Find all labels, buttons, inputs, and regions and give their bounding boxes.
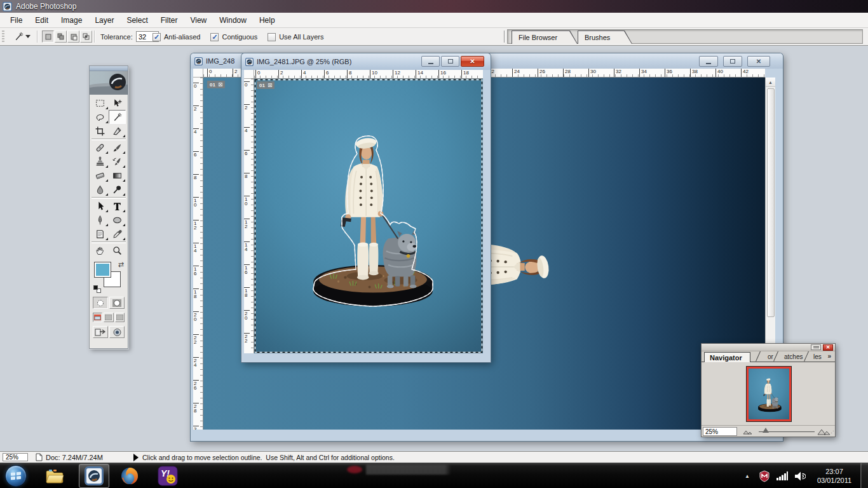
taskbar-yahoo-messenger-button[interactable]: Y! [155, 466, 180, 486]
swap-colors-icon[interactable]: ⇄ [118, 261, 124, 268]
menu-view[interactable]: View [184, 14, 213, 27]
tab-file-browser[interactable]: File Browser [512, 30, 578, 44]
scrollbar-thumb[interactable] [767, 88, 775, 317]
anti-aliased-checkbox-box[interactable]: ✓ [153, 33, 161, 41]
crop-tool[interactable] [92, 124, 109, 138]
taskbar-explorer-button[interactable] [42, 466, 67, 486]
foreground-color-swatch[interactable] [95, 262, 111, 277]
tab-color-clipped[interactable]: or [768, 353, 773, 360]
menu-layer[interactable]: Layer [88, 14, 120, 27]
gradient-tool[interactable] [109, 168, 126, 182]
mcafee-icon[interactable] [759, 470, 770, 482]
blur-tool[interactable] [92, 182, 109, 196]
collapse-button[interactable] [811, 344, 821, 350]
ruler-label: 2 [278, 70, 283, 78]
document-size-info[interactable]: Doc: 7.24M/7.24M [46, 454, 103, 461]
eraser-tool[interactable] [92, 168, 109, 182]
fullscreen-menubar-mode-button[interactable] [104, 313, 113, 322]
standard-mode-button[interactable] [93, 297, 108, 309]
path-selection-tool[interactable] [92, 199, 109, 213]
dodge-tool[interactable] [109, 182, 126, 196]
move-tool[interactable] [109, 96, 126, 110]
slice-tool[interactable] [109, 124, 126, 138]
brush-tool[interactable] [109, 140, 126, 154]
menu-image[interactable]: Image [55, 14, 88, 27]
menu-window[interactable]: Window [213, 14, 253, 27]
back-restore-button[interactable] [723, 56, 742, 67]
start-button[interactable] [5, 465, 27, 487]
dodge-icon [112, 184, 123, 195]
taskbar-firefox-button[interactable] [117, 466, 142, 486]
navigator-zoom-input[interactable] [703, 427, 737, 436]
tab-navigator[interactable]: Navigator [704, 352, 750, 362]
shape-tool[interactable] [109, 213, 126, 227]
photoshop-app-icon [3, 2, 12, 11]
resize-grip-icon[interactable]: ⋰ [829, 430, 834, 436]
toolbox-title-bar[interactable] [90, 66, 128, 71]
checkbox-anti-aliased[interactable]: ✓Anti-aliased [153, 33, 200, 41]
healing-brush-tool[interactable] [92, 140, 109, 154]
subtract-from-selection-button[interactable] [67, 30, 79, 43]
jump-to-imageready-button[interactable] [93, 326, 108, 338]
document-window-front[interactable]: IMG_2481.JPG @ 25% (RGB) ✕ 0246810121416… [241, 53, 491, 362]
quick-mask-mode-button[interactable] [109, 297, 125, 309]
tab-overflow-chevrons[interactable]: » [827, 353, 831, 360]
tab-brushes[interactable]: Brushes [578, 30, 632, 44]
taskbar-photoshop-button[interactable] [79, 464, 109, 488]
taskbar-clock[interactable]: 23:07 03/01/2011 [812, 467, 857, 485]
eyedropper-tool[interactable] [109, 227, 126, 241]
checkbox-contiguous[interactable]: ✓Contiguous [210, 33, 257, 41]
volume-icon[interactable] [794, 471, 806, 481]
scroll-up-icon[interactable]: ▲ [766, 78, 775, 87]
imageready-logo-button[interactable] [109, 326, 125, 338]
navigator-palette[interactable]: ✕ Navigator or atches les » ⋰ [701, 343, 836, 437]
use-all-layers-checkbox-box[interactable] [268, 33, 276, 41]
lasso-tool[interactable] [92, 110, 109, 124]
front-restore-button[interactable] [441, 56, 459, 67]
adobe-banner[interactable] [90, 71, 128, 95]
menu-filter[interactable]: Filter [154, 14, 184, 27]
pen-tool[interactable] [92, 213, 109, 227]
network-signal-icon[interactable] [776, 471, 788, 480]
intersect-selection-button[interactable] [80, 30, 92, 43]
checkbox-use-all-layers[interactable]: Use All Layers [268, 33, 323, 41]
standard-screen-mode-button[interactable] [93, 313, 102, 322]
tool-preset-picker[interactable] [10, 30, 34, 43]
menu-edit[interactable]: Edit [29, 14, 55, 27]
menu-select[interactable]: Select [120, 14, 154, 27]
rectangular-marquee-tool[interactable] [92, 96, 109, 110]
show-hidden-icons-icon[interactable]: ▲ [745, 473, 750, 479]
notes-tool[interactable] [92, 227, 109, 241]
contiguous-checkbox-box[interactable]: ✓ [210, 33, 219, 41]
navigator-title-bar[interactable]: ✕ [702, 344, 835, 351]
front-close-button[interactable]: ✕ [461, 56, 484, 67]
zoom-slider-thumb[interactable] [763, 428, 769, 433]
options-bar-gripper[interactable] [2, 30, 4, 43]
new-selection-button[interactable] [42, 30, 54, 43]
hand-tool[interactable] [92, 243, 109, 257]
magic-wand-tool[interactable] [109, 110, 126, 124]
tab-styles-clipped[interactable]: les [813, 353, 822, 360]
add-to-selection-button[interactable] [55, 30, 67, 43]
type-tool[interactable] [109, 199, 126, 213]
back-minimize-button[interactable] [699, 56, 718, 67]
default-colors-icon[interactable] [93, 285, 101, 293]
back-close-button[interactable]: ✕ [747, 56, 770, 67]
tab-swatches-clipped[interactable]: atches [784, 353, 803, 360]
menu-help[interactable]: Help [253, 14, 281, 27]
close-button[interactable]: ✕ [823, 344, 833, 351]
front-minimize-button[interactable] [421, 56, 440, 67]
clone-stamp-tool[interactable] [92, 154, 109, 168]
navigator-view-box[interactable] [747, 367, 791, 421]
history-brush-tool[interactable] [109, 154, 126, 168]
front-canvas[interactable] [254, 79, 483, 353]
palette-well: File Browser Brushes [507, 29, 863, 44]
status-zoom-field[interactable]: 25% [3, 453, 28, 461]
navigator-thumbnail[interactable] [746, 366, 792, 422]
document-size-icon[interactable] [36, 453, 43, 461]
zoom-out-icon[interactable] [742, 428, 754, 435]
zoom-tool[interactable] [109, 243, 126, 257]
show-desktop-button[interactable] [860, 463, 868, 488]
menu-file[interactable]: File [4, 14, 29, 27]
fullscreen-mode-button[interactable] [115, 313, 125, 322]
